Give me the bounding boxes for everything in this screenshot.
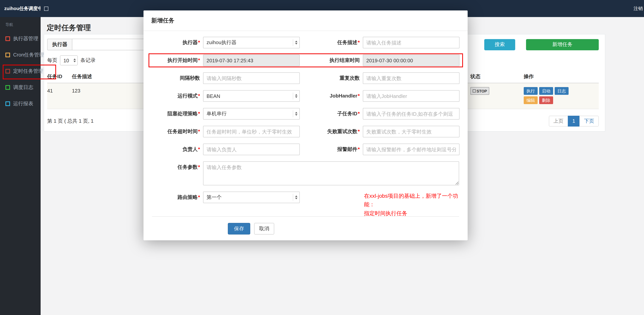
cell-actions: 执行 启动 日志 编辑 删除: [524, 83, 600, 109]
end-time-label: 执行结束时间: [300, 55, 360, 66]
executor-filter-select[interactable]: [72, 39, 148, 50]
sidebar-item-run-report[interactable]: 运行报表: [0, 96, 40, 112]
feature-note: 在xxl-jobs项目的基础上，新增了一个功能： 指定时间执行任务: [364, 192, 459, 217]
app-root: zuihou任务调度中心 注销 导航 执行器管理 Cron任务管理 定时任务管理…: [0, 0, 644, 315]
col-header-status: 状态: [470, 72, 524, 83]
square-outline-icon: [6, 36, 10, 41]
form-row-timeout-retry: 任务超时时间* 失败重试次数*: [152, 126, 459, 137]
required-asterisk: *: [358, 40, 360, 45]
job-desc-label: 任务描述*: [300, 37, 360, 48]
executor-select[interactable]: zuihou执行器: [203, 37, 300, 48]
required-asterisk: *: [198, 146, 200, 152]
updown-arrows-icon: [293, 39, 298, 46]
col-header-job-id: 任务ID: [47, 72, 72, 83]
child-job-id-label: 子任务ID*: [300, 108, 360, 120]
run-mode-select[interactable]: BEAN: [203, 90, 300, 102]
search-button[interactable]: 搜索: [484, 39, 515, 50]
updown-arrows-icon: [72, 57, 76, 64]
cell-status: STOP: [470, 83, 524, 109]
required-asterisk: *: [358, 146, 360, 152]
timeout-label: 任务超时时间*: [152, 126, 200, 137]
status-badge-label: STOP: [476, 89, 487, 93]
form-row-block-childjob: 阻塞处理策略* 单机串行 子任务ID*: [152, 108, 459, 120]
status-badge: STOP: [470, 87, 489, 95]
job-param-textarea[interactable]: [203, 161, 459, 185]
feature-note-line1: 在xxl-jobs项目的基础上，新增了一个功能：: [364, 193, 458, 208]
sidebar-collapse-icon[interactable]: [44, 7, 48, 11]
executor-label: 执行器*: [152, 37, 200, 48]
required-asterisk: *: [358, 111, 360, 117]
col-header-actions: 操作: [524, 72, 600, 83]
square-outline-icon: [6, 53, 10, 57]
sidebar: 导航 执行器管理 Cron任务管理 定时任务管理 调度日志 运行报表: [0, 17, 40, 315]
sidebar-item-scheduled-task-management[interactable]: 定时任务管理: [0, 63, 40, 79]
updown-arrows-icon: [293, 93, 298, 99]
sidebar-item-label: 调度日志: [13, 84, 33, 91]
pager: 上页 1 下页: [549, 116, 599, 127]
form-row-executor-desc: 执行器* zuihou执行器 任务描述*: [152, 37, 459, 48]
modal-body: 执行器* zuihou执行器 任务描述* 执行开始时间* 执行结束时间 间隔秒数: [144, 31, 468, 234]
cancel-button[interactable]: 取消: [254, 223, 274, 234]
delete-button[interactable]: 删除: [539, 96, 553, 104]
log-button[interactable]: 日志: [555, 87, 568, 95]
updown-arrows-icon: [293, 110, 298, 117]
per-page-label: 每页: [47, 57, 57, 64]
repeat-count-input[interactable]: [363, 72, 460, 84]
timeout-input[interactable]: [203, 126, 300, 137]
prev-page-button[interactable]: 上页: [549, 116, 568, 127]
per-page-suffix: 条记录: [80, 57, 96, 64]
next-page-button[interactable]: 下页: [580, 116, 599, 127]
row-action-buttons: 执行 启动 日志 编辑 删除: [524, 83, 571, 104]
repeat-count-label: 重复次数: [300, 72, 360, 84]
block-strategy-label: 阻塞处理策略*: [152, 108, 200, 120]
square-outline-icon: [6, 101, 10, 106]
end-time-input[interactable]: [363, 55, 460, 66]
feature-note-line2: 指定时间执行任务: [364, 210, 407, 216]
per-page-select[interactable]: 10: [60, 55, 78, 65]
job-desc-input[interactable]: [363, 37, 460, 48]
required-asterisk: *: [198, 111, 200, 117]
add-task-button[interactable]: 新增任务: [526, 39, 599, 50]
sidebar-nav-label: 导航: [0, 17, 40, 31]
owner-input[interactable]: [203, 144, 300, 155]
fail-retry-label: 失败重试次数*: [300, 126, 360, 137]
form-row-job-param: 任务参数*: [152, 161, 459, 185]
sidebar-item-cron-task-management[interactable]: Cron任务管理: [0, 47, 40, 63]
sidebar-item-label: 执行器管理: [13, 35, 38, 42]
execute-button[interactable]: 执行: [524, 87, 538, 95]
pagination-summary: 第 1 页 ( 总共 1 页, 1: [47, 118, 94, 125]
interval-input[interactable]: [203, 72, 300, 84]
app-brand: zuihou任务调度中心: [0, 0, 40, 17]
per-page-value: 10: [64, 58, 72, 63]
route-strategy-select[interactable]: 第一个: [203, 192, 300, 203]
job-handler-input[interactable]: [363, 90, 460, 102]
interval-label: 间隔秒数: [152, 72, 200, 84]
sidebar-item-dispatch-log[interactable]: 调度日志: [0, 79, 40, 96]
modal-footer: 保存 取消: [152, 223, 459, 234]
sidebar-item-label: 运行报表: [13, 100, 33, 107]
sidebar-item-executor-management[interactable]: 执行器管理: [0, 31, 40, 47]
start-time-input[interactable]: [203, 55, 300, 66]
updown-arrows-icon: [293, 194, 298, 201]
block-strategy-select[interactable]: 单机串行: [203, 108, 300, 120]
fail-retry-input[interactable]: [363, 126, 460, 137]
logout-link[interactable]: 注销: [634, 0, 643, 17]
executor-filter-label: 执行器: [47, 39, 72, 50]
required-asterisk: *: [358, 93, 360, 99]
required-asterisk: *: [198, 128, 200, 134]
save-button[interactable]: 保存: [228, 223, 250, 234]
current-page-button[interactable]: 1: [568, 116, 580, 127]
sidebar-item-label: 定时任务管理: [13, 68, 43, 75]
required-asterisk: *: [198, 93, 200, 99]
cell-job-id: 41: [47, 83, 72, 109]
add-task-modal: 新增任务 执行器* zuihou执行器 任务描述* 执行开始时间* 执行结束时间: [144, 11, 468, 240]
job-param-label: 任务参数*: [152, 161, 200, 173]
sidebar-item-label: Cron任务管理: [13, 52, 44, 59]
start-button[interactable]: 启动: [539, 87, 553, 95]
required-asterisk: *: [198, 164, 200, 170]
edit-button[interactable]: 编辑: [524, 96, 538, 104]
alarm-email-input[interactable]: [363, 144, 460, 155]
child-job-id-input[interactable]: [363, 108, 460, 120]
required-asterisk: *: [198, 40, 200, 45]
form-row-interval-repeat: 间隔秒数 重复次数: [152, 72, 459, 84]
